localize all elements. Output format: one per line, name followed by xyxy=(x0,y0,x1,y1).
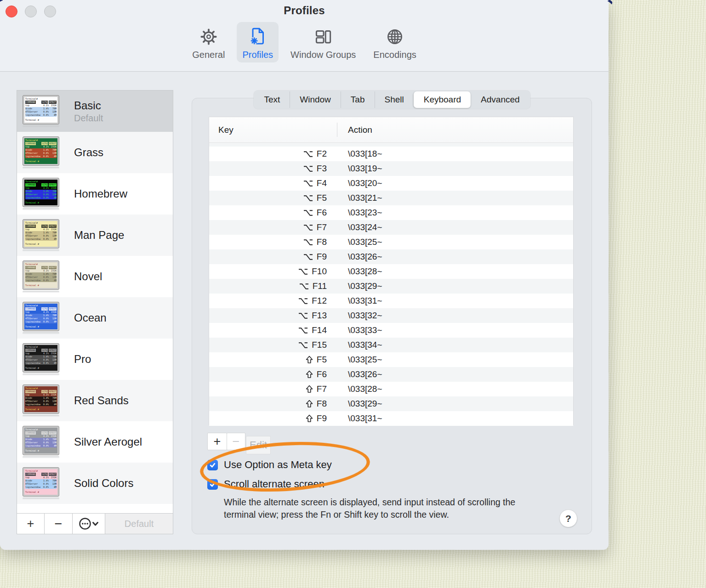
key-binding-row[interactable]: F10\033[28~ xyxy=(209,264,573,279)
key-binding-row[interactable]: F8\033[25~ xyxy=(209,235,573,249)
tab-advanced[interactable]: Advanced xyxy=(471,91,530,108)
thumbnail-reflection xyxy=(23,498,59,500)
key-label: F5 xyxy=(317,193,327,203)
key-binding-row[interactable]: F15\033[34~ xyxy=(209,338,573,352)
checkbox-checked-icon[interactable] xyxy=(207,460,218,470)
help-button[interactable]: ? xyxy=(559,509,577,527)
key-cell: F9 xyxy=(209,413,337,424)
option-key-icon xyxy=(303,165,313,172)
profile-row-man-page[interactable]: Terminal#COMMAND%CPURPRVTtop4.1%231KXcod… xyxy=(17,215,173,256)
thumbnail-reflection xyxy=(23,456,59,458)
option-key-icon xyxy=(298,268,308,275)
option-key-icon xyxy=(303,195,313,202)
toolbar-item-label: General xyxy=(192,50,225,60)
profile-row-grass[interactable]: Terminal#COMMAND%CPURPRVTtop4.1%231KXcod… xyxy=(17,132,173,173)
profile-name: Red Sands xyxy=(74,394,129,407)
action-cell: \033[28~ xyxy=(337,266,573,277)
key-binding-row[interactable]: F12\033[31~ xyxy=(209,294,573,308)
key-binding-row[interactable]: F8\033[29~ xyxy=(209,396,573,411)
profile-row-silver-aerogel[interactable]: Terminal#COMMAND%CPURPRVTtop4.1%231KXcod… xyxy=(17,421,173,463)
partially-scrolled-row xyxy=(209,143,573,147)
key-cell: F14 xyxy=(209,325,337,335)
tab-text[interactable]: Text xyxy=(254,91,290,108)
key-label: F7 xyxy=(317,222,327,232)
table-body: F2\033[18~F3\033[19~F4\033[20~F5\033[21~… xyxy=(209,147,573,426)
thumbnail-reflection xyxy=(23,125,59,128)
key-binding-row[interactable]: F6\033[23~ xyxy=(209,205,573,220)
column-divider[interactable] xyxy=(337,123,337,137)
profile-thumbnail: Terminal#COMMAND%CPURPRVTtop4.1%231KXcod… xyxy=(23,302,63,334)
profile-meta: Red Sands xyxy=(74,394,129,407)
add-profile-button[interactable]: + xyxy=(17,514,45,534)
action-cell: \033[25~ xyxy=(337,355,573,365)
key-label: F15 xyxy=(312,340,327,350)
column-header-key[interactable]: Key xyxy=(209,125,337,135)
action-cell: \033[31~ xyxy=(337,296,573,306)
checkbox-checked-icon[interactable] xyxy=(207,479,218,490)
profile-subtitle: Default xyxy=(74,113,103,124)
key-binding-row[interactable]: F14\033[33~ xyxy=(209,323,573,338)
tab-window[interactable]: Window xyxy=(290,91,341,108)
tab-keyboard[interactable]: Keyboard xyxy=(414,91,471,108)
key-label: F7 xyxy=(317,384,327,394)
key-cell: F7 xyxy=(209,222,337,232)
key-binding-row[interactable]: F9\033[26~ xyxy=(209,249,573,264)
action-cell: \033[32~ xyxy=(337,311,573,321)
option-key-icon xyxy=(298,312,308,319)
key-binding-row[interactable]: F7\033[24~ xyxy=(209,220,573,235)
set-default-button[interactable]: Default xyxy=(105,514,173,534)
profile-row-basic[interactable]: Terminal#COMMAND%CPURPRVTtop4.1%231KXcod… xyxy=(17,90,173,132)
circle-ellipsis-chevron-icon xyxy=(78,516,100,531)
action-cell: \033[20~ xyxy=(337,178,573,188)
profile-row-homebrew[interactable]: Terminal#COMMAND%CPURPRVTtop4.1%231KXcod… xyxy=(17,173,173,215)
key-binding-row[interactable]: F6\033[26~ xyxy=(209,367,573,382)
profile-list: Terminal#COMMAND%CPURPRVTtop4.1%231KXcod… xyxy=(17,90,173,504)
profile-row-ocean[interactable]: Terminal#COMMAND%CPURPRVTtop4.1%231KXcod… xyxy=(17,297,173,339)
key-binding-row[interactable]: F5\033[25~ xyxy=(209,352,573,367)
profile-row-novel[interactable]: Terminal#COMMAND%CPURPRVTtop4.1%231KXcod… xyxy=(17,256,173,297)
use-option-as-meta-checkbox-row[interactable]: Use Option as Meta key xyxy=(207,459,332,471)
toolbar-item-general[interactable]: General xyxy=(187,22,230,62)
key-binding-row[interactable]: F4\033[20~ xyxy=(209,176,573,191)
action-cell: \033[26~ xyxy=(337,369,573,379)
action-cell: \033[31~ xyxy=(337,413,573,424)
toolbar-item-label: Encodings xyxy=(373,50,416,60)
toolbar-item-profiles[interactable]: Profiles xyxy=(237,22,279,62)
key-binding-row[interactable]: F5\033[21~ xyxy=(209,191,573,205)
key-binding-row[interactable]: F9\033[31~ xyxy=(209,411,573,426)
profile-actions-menu-button[interactable] xyxy=(73,514,105,534)
document-gear-icon xyxy=(247,26,269,48)
key-binding-row[interactable]: F11\033[29~ xyxy=(209,279,573,294)
add-binding-button[interactable]: + xyxy=(207,433,227,450)
profile-row-pro[interactable]: Terminal#COMMAND%CPURPRVTtop4.1%231KXcod… xyxy=(17,339,173,380)
tab-shell[interactable]: Shell xyxy=(374,91,413,108)
tab-tab[interactable]: Tab xyxy=(341,91,375,108)
column-header-action[interactable]: Action xyxy=(337,125,573,135)
profile-name: Pro xyxy=(74,353,91,366)
checkbox-label: Scroll alternate screen xyxy=(224,478,325,490)
remove-binding-button[interactable]: − xyxy=(227,433,245,450)
action-cell: \033[21~ xyxy=(337,193,573,203)
key-binding-row[interactable]: F13\033[32~ xyxy=(209,308,573,323)
thumbnail-reflection xyxy=(23,291,59,293)
key-binding-row[interactable]: F2\033[18~ xyxy=(209,147,573,161)
action-cell: \033[33~ xyxy=(337,325,573,335)
profile-row-solid-colors[interactable]: Terminal#COMMAND%CPURPRVTtop4.1%231KXcod… xyxy=(17,463,173,504)
profile-meta: Silver Aerogel xyxy=(74,435,142,448)
globe-icon xyxy=(384,26,406,48)
key-label: F12 xyxy=(312,296,327,306)
remove-profile-button[interactable]: − xyxy=(45,514,73,534)
action-cell: \033[28~ xyxy=(337,384,573,394)
option-key-icon xyxy=(303,151,313,158)
scroll-alternate-screen-checkbox-row[interactable]: Scroll alternate screen xyxy=(207,478,325,490)
profile-row-red-sands[interactable]: Terminal#COMMAND%CPURPRVTtop4.1%231KXcod… xyxy=(17,380,173,421)
terminal-preferences-window: Profiles General Profiles Window Groups … xyxy=(0,0,609,550)
edit-binding-button[interactable]: Edit xyxy=(246,436,271,454)
shift-key-icon xyxy=(306,370,313,379)
key-binding-row[interactable]: F3\033[19~ xyxy=(209,161,573,176)
toolbar-item-window-groups[interactable]: Window Groups xyxy=(285,22,361,62)
key-binding-row[interactable]: F7\033[28~ xyxy=(209,382,573,396)
toolbar-item-encodings[interactable]: Encodings xyxy=(368,22,421,62)
profile-thumbnail: Terminal#COMMAND%CPURPRVTtop4.1%231KXcod… xyxy=(23,219,63,252)
key-cell: F7 xyxy=(209,384,337,394)
